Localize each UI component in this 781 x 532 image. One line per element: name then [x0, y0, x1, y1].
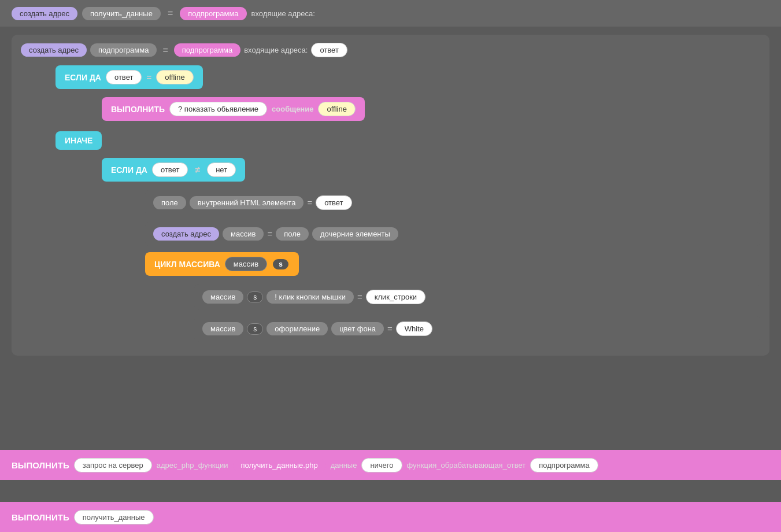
- top-create-address[interactable]: создать адрес: [12, 7, 77, 20]
- execute-label-1: ВЫПОЛНИТЬ: [111, 105, 165, 114]
- outer-create-address[interactable]: создать адрес: [21, 43, 87, 57]
- else-label: ИНАЧЕ: [65, 136, 92, 145]
- execute-func-1[interactable]: ? показать обьявление: [169, 102, 267, 116]
- row1-pole[interactable]: поле: [153, 196, 186, 209]
- loop-row2-style[interactable]: оформление: [266, 322, 328, 335]
- bottom1-subprogram[interactable]: подпрограмма: [530, 458, 598, 472]
- else-block[interactable]: ИНАЧЕ: [55, 131, 102, 150]
- if-label-1: ЕСЛИ ДА: [65, 73, 101, 82]
- bottom2-execute-label: ВЫПОЛНИТЬ: [12, 512, 69, 522]
- loop-massiv[interactable]: массив: [225, 257, 267, 271]
- row2-block: создать адрес массив = поле дочерние эле…: [145, 221, 760, 246]
- if-right-1[interactable]: offline: [156, 70, 193, 84]
- if-left-2[interactable]: ответ: [152, 162, 188, 177]
- loop-block-container: ЦИКЛ МАССИВА массив s: [145, 252, 760, 276]
- outer-answer[interactable]: ответ: [311, 43, 347, 57]
- execute-value-1[interactable]: offline: [318, 102, 355, 116]
- bottom1-php-address-label: адрес_php_функции: [157, 461, 228, 470]
- row1-answer[interactable]: ответ: [316, 195, 351, 210]
- loop-row1-massiv[interactable]: массив: [202, 290, 243, 304]
- bottom2-get-data[interactable]: получить_данные: [74, 510, 154, 524]
- outer-section: создать адрес подпрограмма = подпрограмм…: [12, 35, 769, 356]
- bottom-bar-2: ВЫПОЛНИТЬ получить_данные: [0, 502, 781, 532]
- outer-incoming-addresses: входящие адреса:: [244, 46, 308, 54]
- loop-s[interactable]: s: [272, 258, 290, 271]
- loop-row2-container: массив s оформление цвет фона = White: [194, 316, 760, 342]
- bottom1-get-data-php[interactable]: получить_данные.php: [233, 459, 326, 472]
- outer-subprogram[interactable]: подпрограмма: [90, 43, 157, 57]
- outer-header-row: создать адрес подпрограмма = подпрограмм…: [21, 43, 760, 57]
- loop-row2-block: массив s оформление цвет фона = White: [194, 316, 760, 342]
- row1-inner-html[interactable]: внутренний HTML элемента: [190, 196, 304, 209]
- bottom-bar-1: ВЫПОЛНИТЬ запрос на сервер адрес_php_фун…: [0, 450, 781, 480]
- loop-label: ЦИКЛ МАССИВА: [154, 260, 220, 269]
- else-block-container: ИНАЧЕ: [55, 131, 760, 150]
- bottom1-data-label: данные: [331, 461, 357, 470]
- row1-eq: =: [307, 198, 312, 208]
- loop-row2-value[interactable]: White: [396, 322, 432, 336]
- row2-child-elements[interactable]: дочерние элементы: [312, 227, 398, 241]
- loop-row1-eq: =: [357, 292, 362, 302]
- if-block-2[interactable]: ЕСЛИ ДА ответ ≠ нет: [102, 158, 245, 182]
- row1-container: поле внутренний HTML элемента = ответ: [145, 190, 760, 216]
- bottom1-execute-label: ВЫПОЛНИТЬ: [12, 460, 69, 470]
- if-block-1[interactable]: ЕСЛИ ДА ответ = offline: [55, 65, 203, 89]
- execute-block-1[interactable]: ВЫПОЛНИТЬ ? показать обьявление сообщени…: [102, 97, 365, 121]
- row2-massiv[interactable]: массив: [223, 227, 264, 241]
- row2-container: создать адрес массив = поле дочерние эле…: [145, 221, 760, 246]
- loop-row2-massiv[interactable]: массив: [202, 322, 243, 335]
- loop-block[interactable]: ЦИКЛ МАССИВА массив s: [145, 252, 299, 276]
- loop-row1-s[interactable]: s: [247, 291, 263, 303]
- top-get-data[interactable]: получить_данные: [82, 7, 161, 20]
- if-block-2-container: ЕСЛИ ДА ответ ≠ нет: [102, 158, 760, 182]
- loop-row2-eq: =: [387, 324, 393, 334]
- outer-equals: =: [160, 45, 170, 56]
- if-eq-1: =: [146, 72, 151, 82]
- if-right-2[interactable]: нет: [207, 162, 236, 177]
- loop-row1-block: массив s ! клик кнопки мышки = клик_стро…: [194, 284, 760, 310]
- top-subprogram[interactable]: подпрограмма: [180, 7, 246, 20]
- if-label-2: ЕСЛИ ДА: [111, 165, 147, 175]
- top-incoming-addresses: входящие адреса:: [251, 9, 315, 18]
- bottom1-nothing[interactable]: ничего: [361, 458, 402, 472]
- row1-block: поле внутренний HTML элемента = ответ: [145, 190, 760, 216]
- loop-row1-click-row[interactable]: клик_строки: [366, 290, 425, 304]
- if-left-1[interactable]: ответ: [106, 70, 142, 84]
- top-equals: =: [165, 8, 175, 19]
- if-block-1-container: ЕСЛИ ДА ответ = offline: [55, 65, 760, 89]
- neq-sign: ≠: [193, 165, 202, 175]
- loop-row2-s[interactable]: s: [247, 323, 263, 335]
- top-bar: создать адрес получить_данные = подпрогр…: [0, 0, 781, 27]
- row2-eq: =: [267, 229, 272, 239]
- bottom1-server-request[interactable]: запрос на сервер: [74, 458, 152, 472]
- loop-row2-bg-color[interactable]: цвет фона: [331, 322, 384, 335]
- execute-message-1: сообщение: [272, 105, 313, 113]
- execute-block-1-container: ВЫПОЛНИТЬ ? показать обьявление сообщени…: [102, 97, 760, 121]
- row2-pole[interactable]: поле: [276, 227, 309, 241]
- loop-row1-mouse-click[interactable]: ! клик кнопки мышки: [266, 290, 354, 304]
- outer-subprogram2[interactable]: подпрограмма: [174, 43, 240, 57]
- row2-create-address[interactable]: создать адрес: [153, 227, 219, 241]
- bottom1-response-handler-label: функция_обрабатывающая_ответ: [407, 461, 526, 470]
- loop-row1-container: массив s ! клик кнопки мышки = клик_стро…: [194, 284, 760, 310]
